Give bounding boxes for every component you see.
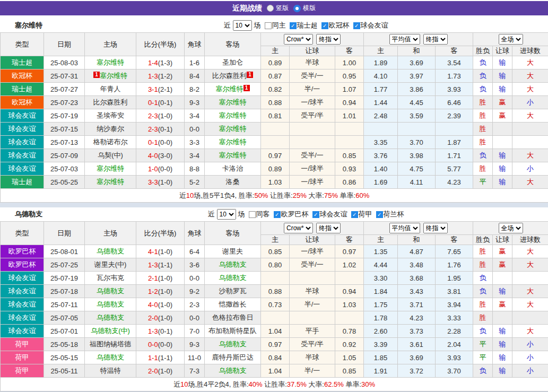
home-team-name: 乌契(中) [98, 151, 123, 159]
result-goals [512, 311, 548, 325]
score-cell: 4-0(3-0) [136, 149, 185, 162]
away-team-cell: 塞尔维特 [205, 109, 261, 123]
summary-row: 近10场,胜5平1负4, 胜率:50% 让胜率:25% 大率:75% 单率:60… [1, 189, 548, 203]
result-outcome: 胜 [473, 109, 493, 123]
score-cell: 2-1(1-0) [136, 272, 185, 285]
result-outcome: 负 [473, 285, 493, 298]
crow-handicap: 半球 [290, 56, 335, 69]
away-team-cell: 沙勒罗瓦 [205, 285, 261, 298]
result-goals: 大 [512, 176, 548, 189]
home-team-name: 乌德勒支 [97, 353, 124, 361]
score-cell: 0-1(0-1) [136, 96, 185, 109]
avg-away-odds [436, 123, 473, 136]
radio-horizontal-icon[interactable] [293, 5, 301, 12]
avg-home-odds: 1.84 [364, 285, 398, 298]
league-type-badge: 球会友谊 [1, 123, 44, 136]
home-team-cell: 1塞尔维特 [85, 69, 136, 83]
header-col-corner: 角球 [185, 33, 205, 56]
away-team-name: 塞尔维特 [219, 98, 247, 106]
half-time-score: (0-1) [158, 99, 172, 107]
radio-vertical-icon[interactable] [267, 5, 274, 12]
match-row: 球会友谊25-07-15纳沙泰尔2-3(0-1)0-0塞尔维特胜 [1, 123, 548, 136]
layout-option-horizontal[interactable]: 横版 [293, 4, 316, 13]
average-time-select[interactable]: 终指 [423, 223, 448, 233]
crow-handicap: 一/球半 [290, 162, 335, 176]
subheader-5: 客 [436, 46, 473, 56]
home-team-cell: 格勒诺布尔 [85, 136, 136, 149]
avg-home-odds: 1.77 [364, 83, 398, 96]
crow-away-odds: 1.07 [335, 83, 364, 96]
subheader-5: 客 [436, 235, 473, 245]
avg-draw-odds: 3.68 [398, 272, 436, 285]
subheader-0: 主 [261, 46, 290, 56]
result-outcome: 胜 [473, 245, 493, 258]
checkbox-league-1[interactable] [321, 22, 328, 29]
match-date: 25-07-09 [44, 149, 85, 162]
avg-home-odds: 1.78 [364, 311, 398, 325]
result-handicap: 输 [493, 83, 512, 96]
recent-count-select[interactable]: 10 [233, 20, 252, 31]
crow-home-odds [261, 123, 290, 136]
recent-count-select[interactable]: 10 [217, 209, 236, 220]
crow-away-odds: 1.02 [335, 258, 364, 272]
average-odds-group: 平均值终指 [364, 222, 473, 235]
avg-away-odds: 1.73 [436, 69, 473, 83]
crow-handicap: 受半/一 [290, 69, 335, 83]
league-type-badge: 球会友谊 [1, 136, 44, 149]
subheader-0: 主 [261, 235, 290, 245]
bookmaker-time-select[interactable]: 终指 [316, 223, 341, 233]
summary-segment: 10 [180, 380, 188, 388]
bookmaker-select[interactable]: Crow* [284, 223, 313, 233]
checkbox-same-venue[interactable] [265, 22, 272, 29]
league-filter-label: 球会友谊 [361, 21, 388, 30]
match-row: 球会友谊25-07-03塞尔维特1-0(0-0)8-8卡洛治0.89一/球半0.… [1, 162, 548, 176]
match-row: 欧罗巴杯25-08-01乌德勒支4-1(1-0)6-4谢里夫0.85一/球半0.… [1, 245, 548, 258]
half-time-score: (1-0) [158, 274, 172, 282]
avg-home-odds: 1.35 [364, 245, 398, 258]
away-team-name: 布加勒斯特星队 [208, 327, 257, 335]
checkbox-same-venue[interactable] [249, 211, 256, 218]
crow-away-odds: 0.85 [335, 149, 364, 162]
match-date: 25-07-19 [44, 272, 85, 285]
red-card-badge: 1 [93, 72, 100, 78]
checkbox-league-0[interactable] [290, 22, 297, 29]
scope-select[interactable]: 全场 [499, 34, 523, 45]
header-col-away: 客场 [205, 222, 261, 245]
checkbox-league-0[interactable] [274, 211, 281, 218]
page-title: 近期战绩 [232, 4, 262, 13]
crow-home-odds [261, 311, 290, 325]
scope-select[interactable]: 全场 [499, 223, 523, 233]
league-type-badge: 欧冠杯 [1, 69, 44, 83]
average-select[interactable]: 平均值 [389, 223, 420, 233]
checkbox-league-1[interactable] [312, 211, 319, 218]
checkbox-league-2[interactable] [351, 211, 358, 218]
full-time-score: 1-4 [148, 59, 158, 67]
home-team-cell: 乌德勒支(中) [85, 325, 136, 338]
bookmaker-select[interactable]: Crow* [284, 34, 313, 45]
home-team-cell: 乌德勒支 [85, 351, 136, 364]
result-goals [512, 272, 548, 285]
match-date: 25-07-31 [44, 69, 85, 83]
avg-away-odds: 2.39 [436, 109, 473, 123]
layout-option-vertical[interactable]: 竖版 [267, 4, 289, 13]
full-time-score: 4-1 [148, 248, 158, 256]
result-outcome: 胜 [473, 136, 493, 149]
summary-segment: 30% [361, 380, 375, 388]
checkbox-league-2[interactable] [353, 22, 360, 29]
bookmaker-time-select[interactable]: 终指 [316, 34, 341, 45]
checkbox-league-3[interactable] [376, 211, 383, 218]
home-team-name: 乌德勒支 [97, 287, 124, 295]
league-type-badge: 球会友谊 [1, 109, 44, 123]
full-time-score: 1-1 [148, 354, 158, 362]
result-handicap: 输 [493, 325, 512, 338]
away-team-cell: 比尔森胜利1 [205, 69, 261, 83]
away-team-cell: 塞尔维特 [205, 123, 261, 136]
result-outcome: 胜 [473, 162, 493, 176]
home-team-cell: 乌德勒支 [85, 298, 136, 311]
away-team-cell: 恺撒酋长 [205, 298, 261, 311]
league-type-badge: 瑞士超 [1, 83, 44, 96]
same-venue-label: 同主 [272, 21, 286, 30]
average-select[interactable]: 平均值 [389, 34, 420, 45]
average-time-select[interactable]: 终指 [423, 34, 448, 45]
avg-away-odds: 3.70 [436, 364, 473, 378]
